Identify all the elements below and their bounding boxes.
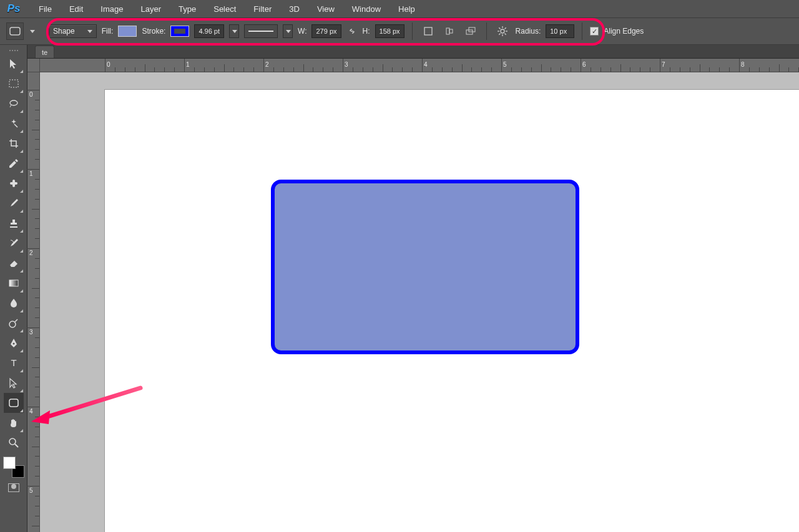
stroke-label: Stroke: [142, 27, 165, 36]
fill-swatch[interactable] [118, 26, 137, 37]
document-tab-bar: te [0, 45, 799, 59]
svg-rect-3 [449, 29, 453, 33]
menu-help[interactable]: Help [390, 2, 424, 16]
stroke-style-dropdown[interactable] [244, 24, 278, 38]
svg-rect-20 [9, 280, 18, 286]
gear-icon[interactable] [494, 24, 511, 38]
align-edges-label: Align Edges [604, 27, 644, 36]
chevron-down-icon[interactable] [30, 30, 35, 33]
svg-point-23 [12, 343, 14, 345]
svg-line-14 [504, 27, 506, 29]
chevron-down-icon [87, 30, 92, 33]
fill-label: Fill: [102, 27, 114, 36]
menu-filter[interactable]: Filter [245, 2, 280, 16]
height-label: H: [363, 27, 370, 36]
svg-line-22 [15, 319, 17, 322]
link-icon[interactable] [346, 26, 358, 37]
svg-point-6 [501, 29, 504, 33]
radius-label: Radius: [516, 27, 541, 36]
menu-window[interactable]: Window [343, 2, 390, 16]
document-tab[interactable]: te [35, 46, 54, 58]
ruler-vertical[interactable]: 012345 [27, 72, 40, 532]
canvas-viewport[interactable] [40, 72, 799, 532]
width-input[interactable]: 279 px [311, 24, 341, 38]
document-tab-title: te [42, 49, 47, 56]
svg-rect-19 [12, 180, 15, 187]
ruler-corner[interactable] [27, 59, 40, 72]
width-label: W: [298, 27, 306, 36]
dodge-tool[interactable] [4, 313, 24, 333]
stroke-width-stepper[interactable] [229, 24, 239, 38]
svg-rect-25 [9, 399, 18, 407]
menu-edit[interactable]: Edit [61, 2, 92, 16]
path-select-tool[interactable] [4, 373, 24, 393]
panel-grip-icon[interactable] [1, 47, 26, 54]
blur-tool[interactable] [4, 293, 24, 313]
svg-rect-15 [9, 80, 18, 87]
pen-tool[interactable] [4, 333, 24, 353]
workspace: 0123456789 012345 [27, 59, 799, 532]
healing-brush-tool[interactable] [4, 173, 24, 193]
stamp-tool[interactable] [4, 213, 24, 233]
shape-mode-dropdown[interactable]: Shape [49, 24, 97, 38]
options-bar: Shape Fill: Stroke: 4.96 pt W: 279 px H:… [0, 17, 799, 45]
align-edges-checkbox[interactable]: ✓ [590, 27, 599, 36]
menu-layer[interactable]: Layer [132, 2, 170, 16]
stroke-width-input[interactable]: 4.96 pt [194, 24, 224, 38]
gradient-tool[interactable] [4, 273, 24, 293]
svg-rect-2 [446, 28, 449, 34]
menu-file[interactable]: File [30, 2, 61, 16]
svg-point-26 [9, 438, 16, 445]
svg-line-17 [14, 124, 17, 127]
history-brush-tool[interactable] [4, 233, 24, 253]
eraser-tool[interactable] [4, 253, 24, 273]
app-logo-icon: Ps [2, 2, 25, 16]
shape-tool[interactable] [4, 393, 24, 413]
marquee-tool[interactable] [4, 74, 24, 94]
menu-view[interactable]: View [308, 2, 343, 16]
path-operations-icon[interactable] [420, 24, 436, 38]
lasso-tool[interactable] [4, 94, 24, 114]
svg-text:T: T [11, 357, 16, 368]
svg-line-11 [499, 27, 500, 29]
zoom-tool[interactable] [4, 433, 24, 453]
menu-bar: Ps File Edit Image Layer Type Select Fil… [0, 0, 799, 17]
svg-point-21 [9, 321, 16, 327]
radius-input[interactable]: 10 px [546, 24, 574, 38]
eyedropper-tool[interactable] [4, 153, 24, 173]
menu-image[interactable]: Image [92, 2, 132, 16]
color-swatches[interactable] [3, 457, 24, 478]
shape-mode-label: Shape [53, 27, 75, 36]
menu-3d[interactable]: 3D [280, 2, 308, 16]
type-tool[interactable]: T [4, 353, 24, 373]
svg-rect-0 [10, 27, 20, 35]
hand-tool[interactable] [4, 413, 24, 433]
svg-line-27 [15, 444, 18, 447]
stroke-style-stepper[interactable] [283, 24, 293, 38]
quick-mask-toggle[interactable] [5, 481, 22, 494]
tool-preset-picker[interactable] [6, 22, 24, 40]
document-canvas[interactable] [105, 90, 799, 532]
path-arrange-icon[interactable] [463, 24, 479, 38]
svg-line-12 [504, 34, 506, 35]
brush-tool[interactable] [4, 193, 24, 213]
svg-line-13 [499, 34, 500, 35]
tools-panel: T [0, 45, 27, 532]
svg-rect-1 [424, 27, 432, 35]
path-align-icon[interactable] [441, 24, 458, 38]
menu-type[interactable]: Type [170, 2, 205, 16]
svg-point-16 [10, 100, 17, 105]
magic-wand-tool[interactable] [4, 114, 24, 133]
crop-tool[interactable] [4, 133, 24, 153]
ruler-horizontal[interactable]: 0123456789 [40, 59, 799, 72]
height-input[interactable]: 158 px [375, 24, 404, 38]
rounded-rectangle-shape[interactable] [271, 180, 579, 354]
move-tool[interactable] [4, 54, 24, 74]
menu-select[interactable]: Select [205, 2, 245, 16]
stroke-swatch[interactable] [170, 26, 189, 37]
